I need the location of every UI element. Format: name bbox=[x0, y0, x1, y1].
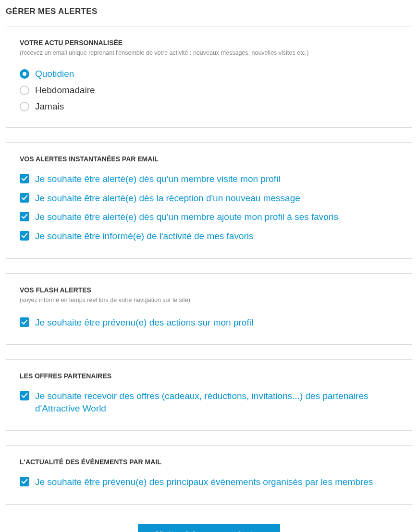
section-actu-title: VOTRE ACTU PERSONNALISÉE bbox=[20, 39, 398, 47]
checkbox-partenaires-offres[interactable]: Je souhaite recevoir des offres (cadeaux… bbox=[20, 387, 398, 418]
radio-jamais[interactable]: Jamais bbox=[20, 98, 398, 115]
section-evenements: L'ACTUALITÉ DES ÉVÉNEMENTS PAR MAIL Je s… bbox=[6, 445, 412, 505]
section-evenements-title: L'ACTUALITÉ DES ÉVÉNEMENTS PAR MAIL bbox=[20, 458, 398, 466]
section-flash: VOS FLASH ALERTES (soyez informé en temp… bbox=[6, 273, 412, 345]
radio-jamais-label: Jamais bbox=[35, 101, 64, 112]
radio-hebdomadaire-label: Hebdomadaire bbox=[35, 85, 95, 96]
check-icon bbox=[20, 391, 29, 400]
checkbox-partenaires-offres-label: Je souhaite recevoir des offres (cadeaux… bbox=[35, 390, 398, 414]
checkbox-alert-favoris-label: Je souhaite être alerté(e) dès qu'un mem… bbox=[35, 211, 338, 223]
radio-hebdomadaire[interactable]: Hebdomadaire bbox=[20, 82, 398, 98]
checkbox-events-label: Je souhaite être prévenu(e) des principa… bbox=[35, 476, 373, 488]
page-title: GÉRER MES ALERTES bbox=[6, 7, 412, 16]
radio-quotidien-label: Quotidien bbox=[35, 69, 74, 79]
checkbox-events[interactable]: Je souhaite être prévenu(e) des principa… bbox=[20, 472, 398, 492]
checkbox-flash-actions[interactable]: Je souhaite être prévenu(e) des actions … bbox=[20, 313, 398, 332]
checkbox-alert-activite[interactable]: Je souhaite être informé(e) de l'activit… bbox=[20, 227, 398, 246]
section-partenaires: LES OFFRES PARTENAIRES Je souhaite recev… bbox=[6, 359, 412, 431]
section-partenaires-title: LES OFFRES PARTENAIRES bbox=[20, 372, 398, 380]
section-instant-title: VOS ALERTES INSTANTANÉES PAR EMAIL bbox=[20, 155, 398, 163]
checkbox-alert-message[interactable]: Je souhaite être alerté(e) dès la récept… bbox=[20, 189, 398, 208]
check-icon bbox=[20, 174, 29, 183]
section-instant: VOS ALERTES INSTANTANÉES PAR EMAIL Je so… bbox=[6, 142, 412, 259]
section-flash-subtitle: (soyez informé en temps réel lors de vot… bbox=[20, 297, 398, 303]
check-icon bbox=[20, 212, 29, 221]
check-icon bbox=[20, 193, 29, 203]
radio-icon bbox=[20, 69, 29, 79]
checkbox-alert-activite-label: Je souhaite être informé(e) de l'activit… bbox=[35, 230, 254, 242]
checkbox-alert-favoris[interactable]: Je souhaite être alerté(e) dès qu'un mem… bbox=[20, 207, 398, 227]
check-icon bbox=[20, 231, 29, 241]
submit-button[interactable]: Mettre à jour mes alertes bbox=[138, 524, 280, 532]
section-flash-title: VOS FLASH ALERTES bbox=[20, 286, 398, 294]
radio-icon bbox=[20, 85, 29, 95]
check-icon bbox=[20, 477, 29, 486]
check-icon bbox=[20, 317, 29, 327]
radio-icon bbox=[20, 102, 29, 111]
radio-quotidien[interactable]: Quotidien bbox=[20, 66, 398, 82]
section-actu-subtitle: (recevez un email unique reprenant l'ens… bbox=[20, 49, 398, 56]
checkbox-alert-visite[interactable]: Je souhaite être alerté(e) dès qu'un mem… bbox=[20, 169, 398, 189]
checkbox-alert-message-label: Je souhaite être alerté(e) dès la récept… bbox=[35, 192, 300, 205]
checkbox-flash-actions-label: Je souhaite être prévenu(e) des actions … bbox=[35, 316, 253, 329]
checkbox-alert-visite-label: Je souhaite être alerté(e) dès qu'un mem… bbox=[35, 173, 281, 185]
section-actu: VOTRE ACTU PERSONNALISÉE (recevez un ema… bbox=[6, 26, 412, 128]
